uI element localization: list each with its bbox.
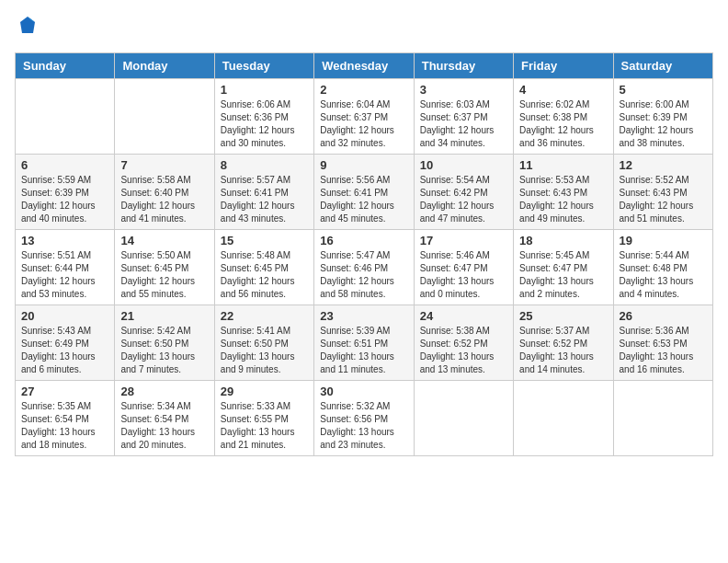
calendar-cell: [613, 381, 712, 456]
day-number: 6: [21, 158, 108, 172]
calendar-cell: 13Sunrise: 5:51 AM Sunset: 6:44 PM Dayli…: [16, 230, 115, 305]
day-info: Sunrise: 6:03 AM Sunset: 6:37 PM Dayligh…: [420, 98, 507, 150]
day-number: 28: [120, 385, 208, 398]
day-number: 20: [21, 309, 108, 323]
day-info: Sunrise: 5:35 AM Sunset: 6:54 PM Dayligh…: [21, 400, 108, 452]
calendar-cell: [514, 381, 613, 456]
calendar-cell: 17Sunrise: 5:46 AM Sunset: 6:47 PM Dayli…: [414, 230, 513, 305]
day-info: Sunrise: 5:48 AM Sunset: 6:45 PM Dayligh…: [221, 249, 308, 301]
calendar-cell: 14Sunrise: 5:50 AM Sunset: 6:45 PM Dayli…: [115, 230, 214, 305]
day-info: Sunrise: 5:46 AM Sunset: 6:47 PM Dayligh…: [420, 249, 507, 301]
calendar-cell: 15Sunrise: 5:48 AM Sunset: 6:45 PM Dayli…: [214, 230, 313, 305]
calendar-cell: 20Sunrise: 5:43 AM Sunset: 6:49 PM Dayli…: [16, 305, 115, 381]
day-info: Sunrise: 5:39 AM Sunset: 6:51 PM Dayligh…: [320, 325, 407, 376]
calendar-body: 1Sunrise: 6:06 AM Sunset: 6:36 PM Daylig…: [16, 79, 713, 456]
day-info: Sunrise: 5:51 AM Sunset: 6:44 PM Dayligh…: [21, 249, 108, 301]
day-info: Sunrise: 6:06 AM Sunset: 6:36 PM Dayligh…: [221, 98, 308, 150]
calendar-week-row: 6Sunrise: 5:59 AM Sunset: 6:39 PM Daylig…: [16, 155, 713, 230]
weekday-header: Tuesday: [214, 53, 313, 79]
weekday-header: Friday: [514, 53, 613, 79]
weekday-header: Sunday: [16, 53, 115, 79]
day-number: 27: [21, 385, 108, 398]
logo: [15, 15, 39, 41]
day-info: Sunrise: 5:47 AM Sunset: 6:46 PM Dayligh…: [320, 249, 407, 301]
day-info: Sunrise: 5:34 AM Sunset: 6:54 PM Dayligh…: [120, 400, 208, 452]
day-number: 9: [320, 158, 407, 172]
calendar-cell: 6Sunrise: 5:59 AM Sunset: 6:39 PM Daylig…: [16, 155, 115, 230]
day-info: Sunrise: 5:43 AM Sunset: 6:49 PM Dayligh…: [21, 325, 108, 376]
day-info: Sunrise: 5:41 AM Sunset: 6:50 PM Dayligh…: [221, 325, 308, 376]
day-info: Sunrise: 6:02 AM Sunset: 6:38 PM Dayligh…: [519, 98, 607, 150]
calendar-cell: 16Sunrise: 5:47 AM Sunset: 6:46 PM Dayli…: [314, 230, 414, 305]
day-number: 5: [620, 83, 707, 97]
day-info: Sunrise: 5:59 AM Sunset: 6:39 PM Dayligh…: [21, 174, 108, 225]
calendar-cell: 9Sunrise: 5:56 AM Sunset: 6:41 PM Daylig…: [314, 155, 414, 230]
day-info: Sunrise: 5:52 AM Sunset: 6:43 PM Dayligh…: [620, 174, 707, 225]
day-number: 26: [620, 309, 707, 323]
calendar-cell: 23Sunrise: 5:39 AM Sunset: 6:51 PM Dayli…: [314, 305, 414, 381]
day-info: Sunrise: 5:33 AM Sunset: 6:55 PM Dayligh…: [221, 400, 308, 452]
day-info: Sunrise: 5:42 AM Sunset: 6:50 PM Dayligh…: [120, 325, 208, 376]
calendar-cell: 22Sunrise: 5:41 AM Sunset: 6:50 PM Dayli…: [214, 305, 313, 381]
page-header: [15, 15, 713, 41]
day-number: 17: [420, 234, 507, 247]
calendar-cell: [414, 381, 513, 456]
weekday-header: Thursday: [414, 53, 513, 79]
day-number: 21: [120, 309, 208, 323]
calendar-cell: 11Sunrise: 5:53 AM Sunset: 6:43 PM Dayli…: [514, 155, 613, 230]
calendar-week-row: 20Sunrise: 5:43 AM Sunset: 6:49 PM Dayli…: [16, 305, 713, 381]
day-info: Sunrise: 5:32 AM Sunset: 6:56 PM Dayligh…: [320, 400, 407, 452]
day-number: 11: [519, 158, 607, 172]
calendar-cell: 3Sunrise: 6:03 AM Sunset: 6:37 PM Daylig…: [414, 79, 513, 155]
day-info: Sunrise: 5:36 AM Sunset: 6:53 PM Dayligh…: [620, 325, 707, 376]
day-number: 15: [221, 234, 308, 247]
logo-icon: [17, 15, 39, 37]
day-info: Sunrise: 5:56 AM Sunset: 6:41 PM Dayligh…: [320, 174, 407, 225]
calendar-cell: 10Sunrise: 5:54 AM Sunset: 6:42 PM Dayli…: [414, 155, 513, 230]
calendar-cell: 2Sunrise: 6:04 AM Sunset: 6:37 PM Daylig…: [314, 79, 414, 155]
day-number: 12: [620, 158, 707, 172]
calendar-cell: 5Sunrise: 6:00 AM Sunset: 6:39 PM Daylig…: [613, 79, 712, 155]
day-number: 1: [221, 83, 308, 97]
calendar-cell: 26Sunrise: 5:36 AM Sunset: 6:53 PM Dayli…: [613, 305, 712, 381]
calendar-cell: 25Sunrise: 5:37 AM Sunset: 6:52 PM Dayli…: [514, 305, 613, 381]
calendar-cell: 18Sunrise: 5:45 AM Sunset: 6:47 PM Dayli…: [514, 230, 613, 305]
day-number: 14: [120, 234, 208, 247]
calendar-cell: 30Sunrise: 5:32 AM Sunset: 6:56 PM Dayli…: [314, 381, 414, 456]
day-info: Sunrise: 5:58 AM Sunset: 6:40 PM Dayligh…: [120, 174, 208, 225]
calendar-header-row: SundayMondayTuesdayWednesdayThursdayFrid…: [16, 53, 713, 79]
day-info: Sunrise: 5:37 AM Sunset: 6:52 PM Dayligh…: [519, 325, 607, 376]
day-number: 29: [221, 385, 308, 398]
day-number: 3: [420, 83, 507, 97]
day-number: 16: [320, 234, 407, 247]
calendar-cell: 19Sunrise: 5:44 AM Sunset: 6:48 PM Dayli…: [613, 230, 712, 305]
day-info: Sunrise: 5:54 AM Sunset: 6:42 PM Dayligh…: [420, 174, 507, 225]
day-info: Sunrise: 6:04 AM Sunset: 6:37 PM Dayligh…: [320, 98, 407, 150]
day-info: Sunrise: 6:00 AM Sunset: 6:39 PM Dayligh…: [620, 98, 707, 150]
day-number: 18: [519, 234, 607, 247]
day-number: 2: [320, 83, 407, 97]
day-number: 4: [519, 83, 607, 97]
calendar-cell: 1Sunrise: 6:06 AM Sunset: 6:36 PM Daylig…: [214, 79, 313, 155]
calendar-week-row: 1Sunrise: 6:06 AM Sunset: 6:36 PM Daylig…: [16, 79, 713, 155]
calendar-cell: 8Sunrise: 5:57 AM Sunset: 6:41 PM Daylig…: [214, 155, 313, 230]
calendar-week-row: 13Sunrise: 5:51 AM Sunset: 6:44 PM Dayli…: [16, 230, 713, 305]
calendar-cell: 27Sunrise: 5:35 AM Sunset: 6:54 PM Dayli…: [16, 381, 115, 456]
day-number: 7: [120, 158, 208, 172]
day-number: 13: [21, 234, 108, 247]
day-number: 22: [221, 309, 308, 323]
calendar-cell: 12Sunrise: 5:52 AM Sunset: 6:43 PM Dayli…: [613, 155, 712, 230]
day-info: Sunrise: 5:44 AM Sunset: 6:48 PM Dayligh…: [620, 249, 707, 301]
calendar-cell: [115, 79, 214, 155]
day-number: 19: [620, 234, 707, 247]
calendar-cell: 21Sunrise: 5:42 AM Sunset: 6:50 PM Dayli…: [115, 305, 214, 381]
calendar-cell: [16, 79, 115, 155]
calendar-cell: 24Sunrise: 5:38 AM Sunset: 6:52 PM Dayli…: [414, 305, 513, 381]
day-info: Sunrise: 5:50 AM Sunset: 6:45 PM Dayligh…: [120, 249, 208, 301]
calendar: SundayMondayTuesdayWednesdayThursdayFrid…: [15, 52, 713, 456]
day-number: 8: [221, 158, 308, 172]
day-number: 23: [320, 309, 407, 323]
day-info: Sunrise: 5:57 AM Sunset: 6:41 PM Dayligh…: [221, 174, 308, 225]
calendar-cell: 28Sunrise: 5:34 AM Sunset: 6:54 PM Dayli…: [115, 381, 214, 456]
day-info: Sunrise: 5:53 AM Sunset: 6:43 PM Dayligh…: [519, 174, 607, 225]
